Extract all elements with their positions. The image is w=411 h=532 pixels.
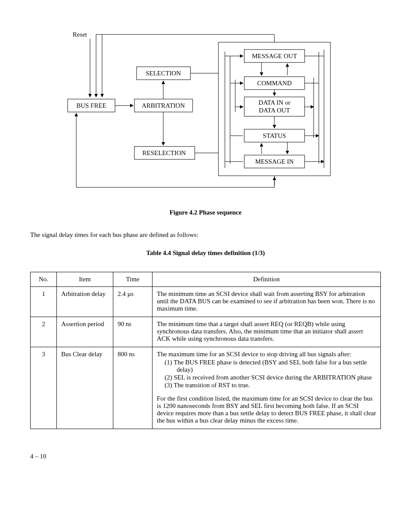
cell-no: 1 (31, 287, 57, 317)
table-row: 2Assertion period90 nsThe minimum time t… (31, 317, 381, 347)
table-row: 1Arbitration delay2.4 µsThe minimum time… (31, 287, 381, 317)
col-def: Definition (153, 272, 381, 287)
page-number: 4 – 10 (30, 453, 381, 460)
col-item: Item (57, 272, 113, 287)
reset-label: Reset (73, 31, 87, 38)
cell-definition: The minimum time an SCSI device shall wa… (153, 287, 381, 317)
cell-no: 3 (31, 347, 57, 429)
arbitration-label: ARBITRATION (142, 102, 185, 109)
selection-label: SELECTION (146, 70, 181, 77)
cell-time: 800 ns (113, 347, 153, 429)
status-label: STATUS (263, 132, 286, 139)
cell-item: Arbitration delay (57, 287, 113, 317)
cell-definition: The minimum time that a target shall ass… (153, 317, 381, 347)
figure-caption: Figure 4.2 Phase sequence (30, 209, 381, 216)
reselection-label: RESELECTION (143, 149, 186, 156)
signal-delay-table: No. Item Time Definition 1Arbitration de… (30, 272, 381, 429)
cell-time: 90 ns (113, 317, 153, 347)
msg-out-label: MESSAGE OUT (252, 53, 297, 59)
data-label-1: DATA IN or (258, 99, 290, 106)
col-no: No. (31, 272, 57, 287)
bus-free-label: BUS FREE (76, 102, 106, 109)
table-caption: Table 4.4 Signal delay times definition … (30, 249, 381, 257)
cell-definition: The maximum time for an SCSI device to s… (153, 347, 381, 429)
table-row: 3Bus Clear delay800 nsThe maximum time f… (31, 347, 381, 429)
cell-no: 2 (31, 317, 57, 347)
phase-sequence-diagram: Reset BUS FREE ARBITRATION SELECTION RES… (59, 26, 352, 198)
command-label: COMMAND (257, 80, 292, 87)
cell-time: 2.4 µs (113, 287, 153, 317)
data-label-2: DATA OUT (259, 107, 290, 114)
cell-item: Bus Clear delay (57, 347, 113, 429)
msg-in-label: MESSAGE IN (255, 158, 294, 165)
lead-text: The signal delay times for each bus phas… (30, 231, 381, 239)
col-time: Time (113, 272, 153, 287)
cell-item: Assertion period (57, 317, 113, 347)
